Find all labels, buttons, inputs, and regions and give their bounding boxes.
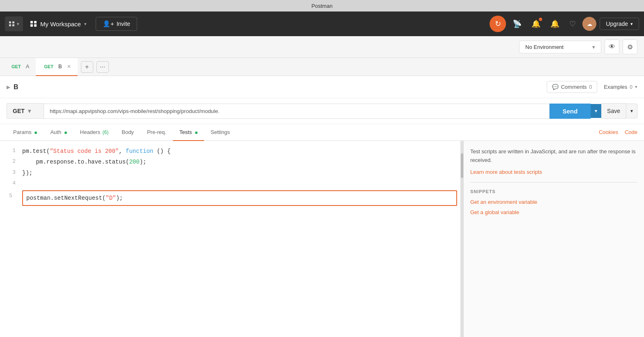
invite-label: Invite (117, 21, 130, 27)
tabs-bar: GET A GET B ✕ + ··· (0, 58, 644, 76)
comments-count: 0 (589, 84, 592, 90)
tab-prereq-label: Pre-req. (147, 129, 166, 135)
tab-tests[interactable]: Tests (173, 124, 204, 141)
tab-a[interactable]: GET A (3, 58, 36, 76)
send-button[interactable]: Send (550, 104, 591, 119)
tab-a-method: GET (10, 63, 23, 70)
environment-row: No Environment ▾ 👁 ⚙ (0, 36, 644, 58)
heart-icon: ♡ (569, 20, 576, 28)
send-dropdown-icon: ▾ (595, 108, 597, 114)
more-tabs-button[interactable]: ··· (97, 61, 109, 73)
invite-button[interactable]: 👤+ Invite (96, 17, 137, 31)
sidebar-divider (470, 182, 637, 182)
line-number-3: 3 (3, 168, 16, 177)
snippet-get-global[interactable]: Get a global variable (470, 209, 637, 215)
sidebar-info-text: Test scripts are written in JavaScript, … (470, 148, 637, 165)
notification-badge (539, 18, 542, 21)
examples-button[interactable]: Examples 0 ▾ (604, 84, 637, 90)
alerts-button[interactable]: 🔔 (547, 18, 563, 30)
tab-prereq[interactable]: Pre-req. (140, 124, 173, 141)
params-dot (34, 132, 37, 134)
line-number-4: 4 (3, 179, 16, 188)
code-content-1: pm.test("Status code is 200", function (… (22, 147, 457, 156)
examples-count: 0 (630, 84, 632, 90)
tab-b-method: GET (42, 63, 55, 70)
examples-label: Examples (604, 84, 627, 90)
code-line-3: 3 }); (0, 168, 460, 178)
tab-auth-label: Auth (50, 129, 61, 135)
send-dropdown-button[interactable]: ▾ (591, 104, 601, 118)
comments-button[interactable]: 💬 Comments 0 (547, 81, 598, 93)
app-title: Postman (311, 3, 332, 9)
env-chevron-icon: ▾ (592, 44, 595, 50)
code-button[interactable]: Code (625, 124, 637, 140)
url-input[interactable] (44, 104, 550, 119)
eye-icon: 👁 (609, 43, 615, 51)
tab-b[interactable]: GET B ✕ (36, 58, 77, 76)
line-number-1: 1 (3, 147, 16, 155)
logo-chevron-icon: ▾ (17, 21, 19, 27)
tab-headers-label: Headers (80, 129, 100, 135)
code-line-5: 5 postman.setNextRequest("D"); (0, 189, 460, 208)
snippets-title: SNIPPETS (470, 189, 637, 194)
scroll-thumb[interactable] (461, 153, 463, 178)
line-number-2: 2 (3, 157, 16, 166)
tab-auth[interactable]: Auth (44, 124, 73, 141)
content-split: 1 pm.test("Status code is 200", function… (0, 141, 644, 337)
right-req-tabs: Cookies Code (599, 124, 637, 140)
comment-icon: 💬 (552, 84, 559, 90)
cookies-button[interactable]: Cookies (599, 124, 618, 140)
tab-headers[interactable]: Headers (6) (74, 124, 115, 141)
eye-button[interactable]: 👁 (605, 39, 619, 54)
save-dropdown-button[interactable]: ▾ (626, 104, 637, 118)
sync-button[interactable]: ↻ (490, 16, 506, 32)
notification-button[interactable]: 🔔 (528, 18, 544, 30)
invite-icon: 👤+ (103, 20, 114, 28)
tab-tests-label: Tests (179, 129, 192, 135)
method-select[interactable]: GET ▾ (7, 103, 44, 119)
auth-dot (64, 132, 67, 134)
workspace-grid-icon (30, 21, 37, 27)
breadcrumb-arrow-icon[interactable]: ▶ (7, 84, 10, 90)
tab-a-name: A (26, 63, 30, 69)
tab-b-name: B (58, 63, 62, 69)
tab-settings-label: Settings (211, 129, 230, 135)
top-nav: ▾ My Workspace ▾ 👤+ Invite ↻ 📡 🔔 🔔 ♡ ☁ U… (0, 12, 644, 36)
bell-notification-icon: 🔔 (531, 20, 540, 28)
upgrade-button[interactable]: Upgrade ▾ (600, 18, 639, 30)
learn-more-link[interactable]: Learn more about tests scripts (470, 169, 542, 175)
sync-icon: ↻ (495, 19, 501, 28)
right-actions: 💬 Comments 0 Examples 0 ▾ (547, 81, 637, 93)
save-dropdown-icon: ▾ (630, 108, 633, 114)
code-editor[interactable]: 1 pm.test("Status code is 200", function… (0, 141, 461, 337)
method-chevron-icon: ▾ (28, 108, 31, 114)
logo-button[interactable]: ▾ (5, 16, 23, 31)
alert-bell-icon: 🔔 (550, 20, 559, 28)
settings-button[interactable]: ⚙ (623, 39, 637, 54)
tab-params[interactable]: Params (7, 124, 44, 141)
workspace-label: My Workspace (40, 21, 81, 28)
editor-sidebar: Test scripts are written in JavaScript, … (463, 141, 644, 337)
request-section: ▶ B 💬 Comments 0 Examples 0 ▾ (0, 76, 644, 98)
save-button[interactable]: Save (601, 103, 626, 119)
save-label: Save (607, 108, 620, 114)
avatar[interactable]: ☁ (582, 17, 596, 31)
tab-body[interactable]: Body (115, 124, 140, 141)
gear-icon: ⚙ (627, 43, 633, 51)
environment-selector[interactable]: No Environment ▾ (519, 41, 601, 53)
tab-b-close-icon[interactable]: ✕ (67, 64, 71, 69)
workspace-button[interactable]: My Workspace ▾ (26, 18, 91, 30)
heart-button[interactable]: ♡ (566, 18, 579, 30)
comments-label: Comments (561, 84, 587, 90)
code-line-2: 2 pm.response.to.have.status(200); (0, 157, 460, 167)
tab-params-label: Params (13, 129, 32, 135)
add-tab-button[interactable]: + (81, 61, 93, 73)
snippet-get-env[interactable]: Get an environment variable (470, 199, 637, 205)
upgrade-chevron-icon: ▾ (630, 21, 633, 27)
antenna-button[interactable]: 📡 (509, 18, 525, 30)
line-number-5: 5 (0, 189, 12, 204)
tab-settings[interactable]: Settings (204, 124, 237, 141)
tab-actions: + ··· (81, 61, 109, 73)
antenna-icon: 📡 (513, 20, 522, 28)
upgrade-label: Upgrade (606, 21, 628, 27)
